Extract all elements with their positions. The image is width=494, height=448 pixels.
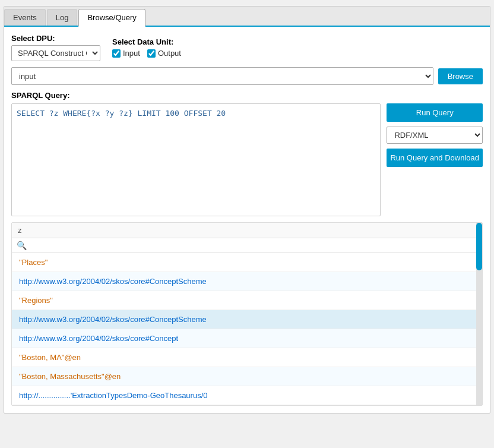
result-row[interactable]: "Places"	[12, 253, 482, 272]
output-checkbox-item: Output	[147, 49, 181, 58]
result-row[interactable]: http://www.w3.org/2004/02/skos/core#Conc…	[12, 272, 482, 291]
result-row[interactable]: "Boston, MA"@en	[12, 348, 482, 367]
result-value: "Boston, MA"@en	[19, 353, 81, 362]
result-value: "Regions"	[19, 296, 53, 305]
result-value: http://www.w3.org/2004/02/skos/core#Conc…	[19, 334, 178, 343]
result-row[interactable]: "Regions"	[12, 291, 482, 310]
result-row[interactable]: http://www.w3.org/2004/02/skos/core#Conc…	[12, 310, 482, 329]
tab-log[interactable]: Log	[47, 9, 78, 26]
dpu-select[interactable]: SPARQL Construct Q...	[11, 45, 100, 61]
result-value: "Boston, Massachusetts"@en	[19, 372, 121, 381]
format-select[interactable]: RDF/XML Turtle N-Triples JSON-LD	[387, 127, 483, 144]
tab-bar: Events Log Browse/Query	[4, 7, 490, 27]
data-unit-group: Select Data Unit: Input Output	[112, 37, 181, 58]
top-form-row: Select DPU: SPARQL Construct Q... Select…	[11, 34, 483, 61]
results-section: z 🔍 "Places" http://www.w3.org/2004/02/s…	[11, 222, 483, 406]
sparql-query-input[interactable]: SELECT ?z WHERE{?x ?y ?z} LIMIT 100 OFFS…	[11, 103, 381, 216]
input-checkbox-item: Input	[112, 49, 140, 58]
input-row: input Browse	[11, 67, 483, 85]
result-row[interactable]: "Boston, Massachusetts"@en	[12, 367, 482, 386]
input-checkbox[interactable]	[112, 49, 121, 58]
query-buttons: Run Query RDF/XML Turtle N-Triples JSON-…	[387, 103, 483, 216]
tab-browse-query[interactable]: Browse/Query	[78, 9, 145, 27]
data-unit-select[interactable]: input	[11, 67, 433, 85]
tab-events[interactable]: Events	[4, 9, 46, 26]
dpu-select-wrapper: SPARQL Construct Q...	[11, 45, 100, 61]
result-row[interactable]: http://www.w3.org/2004/02/skos/core#Conc…	[12, 329, 482, 348]
dpu-label: Select DPU:	[11, 34, 100, 43]
search-input[interactable]	[30, 241, 477, 250]
input-label: Input	[123, 49, 140, 58]
result-value: http://www.w3.org/2004/02/skos/core#Conc…	[19, 315, 207, 324]
scrollbar-track	[476, 223, 482, 405]
content-area: Select DPU: SPARQL Construct Q... Select…	[4, 27, 490, 413]
search-row: 🔍	[12, 238, 482, 253]
scrollbar-thumb[interactable]	[476, 223, 482, 270]
query-area-wrapper: SELECT ?z WHERE{?x ?y ?z} LIMIT 100 OFFS…	[11, 103, 483, 216]
search-icon: 🔍	[17, 241, 27, 250]
dpu-group: Select DPU: SPARQL Construct Q...	[11, 34, 100, 61]
result-value: "Places"	[19, 258, 48, 267]
data-unit-label: Select Data Unit:	[112, 37, 181, 46]
browse-button[interactable]: Browse	[438, 68, 483, 84]
results-header: z	[12, 223, 482, 238]
result-row[interactable]: http://...............'ExtractionTypesDe…	[12, 386, 482, 405]
output-label: Output	[158, 49, 181, 58]
checkbox-row: Input Output	[112, 49, 181, 58]
output-checkbox[interactable]	[147, 49, 156, 58]
result-value: http://www.w3.org/2004/02/skos/core#Conc…	[19, 277, 207, 286]
run-query-download-button[interactable]: Run Query and Download	[387, 149, 483, 167]
main-window: Events Log Browse/Query Select DPU: SPAR…	[4, 6, 490, 414]
sparql-label: SPARQL Query:	[11, 91, 483, 100]
run-query-button[interactable]: Run Query	[387, 103, 483, 122]
column-header-z: z	[18, 226, 22, 235]
result-value: http://...............'ExtractionTypesDe…	[19, 391, 208, 400]
